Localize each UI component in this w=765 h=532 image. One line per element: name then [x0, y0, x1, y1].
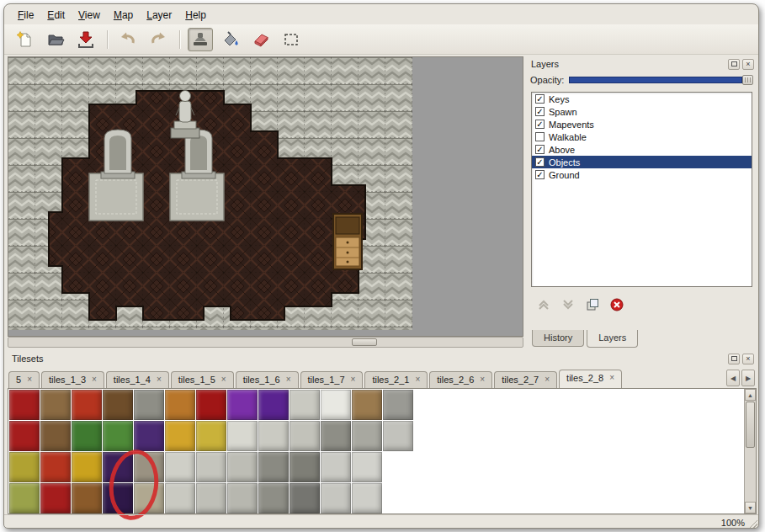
layer-visibility-checkbox[interactable]: ✓: [535, 94, 545, 104]
tileset-tile[interactable]: [9, 390, 40, 420]
delete-layer-button[interactable]: [608, 296, 625, 313]
scroll-up-icon[interactable]: ▲: [745, 389, 756, 401]
tab-close-icon[interactable]: ×: [157, 375, 162, 384]
tileset-tile[interactable]: [196, 483, 226, 513]
layer-visibility-checkbox[interactable]: ✓: [535, 120, 545, 129]
tileset-tile[interactable]: [352, 421, 382, 451]
tileset-tile[interactable]: [383, 483, 413, 513]
tileset-tile[interactable]: [352, 390, 382, 420]
map-hscrollbar-thumb[interactable]: [352, 338, 377, 346]
tileset-tile[interactable]: [258, 483, 289, 513]
tileset-tile[interactable]: [227, 483, 258, 513]
tileset-tab-tiles_2_8[interactable]: tiles_2_8×: [559, 370, 622, 388]
tileset-tile[interactable]: [134, 390, 164, 420]
lower-layer-button[interactable]: [560, 296, 576, 313]
tileset-tile[interactable]: [383, 390, 413, 420]
tileset-tile[interactable]: [258, 390, 289, 420]
tileset-tile[interactable]: [72, 452, 102, 482]
layer-row-ground[interactable]: ✓Ground: [532, 168, 752, 181]
menu-file[interactable]: File: [11, 8, 40, 23]
tab-close-icon[interactable]: ×: [286, 375, 291, 384]
tileset-tab-tiles_2_7[interactable]: tiles_2_7×: [494, 371, 557, 388]
open-file-button[interactable]: [43, 28, 68, 51]
menu-map[interactable]: Map: [107, 8, 140, 23]
new-file-button[interactable]: [13, 28, 38, 51]
tileset-tile[interactable]: [227, 390, 258, 420]
undo-button[interactable]: [115, 28, 141, 51]
map-viewport[interactable]: [8, 56, 523, 337]
tileset-tile[interactable]: [290, 390, 320, 420]
layer-visibility-checkbox[interactable]: ✓: [535, 170, 545, 179]
tileset-tile[interactable]: [196, 421, 226, 451]
dock-tab-layers[interactable]: Layers: [587, 330, 638, 348]
tileset-tile[interactable]: [321, 483, 351, 513]
tileset-tile[interactable]: [40, 390, 71, 420]
tileset-tab-tiles_1_6[interactable]: tiles_1_6×: [236, 371, 299, 388]
tileset-tile[interactable]: [9, 421, 40, 451]
tab-close-icon[interactable]: ×: [351, 375, 356, 384]
eraser-tool-button[interactable]: [248, 28, 274, 51]
tileset-tab-5[interactable]: 5×: [8, 371, 40, 388]
layer-visibility-checkbox[interactable]: [535, 132, 545, 141]
float-panel-button[interactable]: [728, 59, 740, 70]
menu-view[interactable]: View: [72, 8, 107, 23]
close-panel-button[interactable]: ×: [742, 59, 754, 70]
layer-row-keys[interactable]: ✓Keys: [532, 93, 752, 105]
tab-close-icon[interactable]: ×: [221, 375, 226, 384]
menu-help[interactable]: Help: [178, 8, 213, 23]
save-file-button[interactable]: [73, 28, 98, 51]
tileset-tile[interactable]: [134, 452, 164, 482]
tab-close-icon[interactable]: ×: [415, 375, 420, 384]
tileset-tile[interactable]: [72, 483, 102, 513]
fill-tool-button[interactable]: [218, 28, 243, 51]
scroll-down-icon[interactable]: ▼: [745, 502, 756, 513]
tileset-tab-tiles_1_7[interactable]: tiles_1_7×: [300, 371, 364, 388]
tileset-tile[interactable]: [40, 421, 71, 451]
layer-visibility-checkbox[interactable]: ✓: [535, 107, 545, 116]
layer-visibility-checkbox[interactable]: ✓: [535, 157, 545, 167]
tab-close-icon[interactable]: ×: [480, 375, 485, 384]
layer-row-spawn[interactable]: ✓Spawn: [532, 105, 752, 118]
raise-layer-button[interactable]: [535, 296, 552, 313]
redo-button[interactable]: [146, 28, 171, 51]
tileset-tile[interactable]: [414, 483, 444, 513]
opacity-slider[interactable]: [569, 75, 753, 85]
tileset-tab-tiles_2_6[interactable]: tiles_2_6×: [429, 371, 492, 388]
tileset-tile[interactable]: [103, 452, 133, 482]
tileset-tile[interactable]: [196, 390, 226, 420]
tileset-tile[interactable]: [290, 483, 320, 513]
tileset-tile[interactable]: [258, 421, 289, 451]
tileset-tab-tiles_1_3[interactable]: tiles_1_3×: [41, 371, 104, 388]
dock-tab-history[interactable]: History: [532, 330, 584, 347]
tileset-tile[interactable]: [40, 452, 71, 482]
tileset-tile[interactable]: [383, 421, 413, 451]
tileset-tab-tiles_1_4[interactable]: tiles_1_4×: [106, 371, 169, 388]
tileset-tile[interactable]: [290, 421, 320, 451]
tab-close-icon[interactable]: ×: [27, 375, 32, 384]
tabs-scroll-left-button[interactable]: ◀: [726, 370, 740, 386]
layer-row-above[interactable]: ✓Above: [532, 143, 752, 156]
tileset-vscrollbar-thumb[interactable]: [746, 402, 755, 448]
tileset-tab-tiles_2_1[interactable]: tiles_2_1×: [364, 371, 428, 388]
tileset-tile[interactable]: [103, 390, 133, 420]
menu-layer[interactable]: Layer: [140, 8, 178, 23]
resize-grip[interactable]: [746, 518, 757, 529]
tileset-tile[interactable]: [9, 452, 40, 482]
tileset-tile[interactable]: [72, 390, 102, 420]
tileset-view[interactable]: ▲ ▼: [8, 388, 757, 514]
select-tool-button[interactable]: [279, 28, 304, 51]
tileset-tile[interactable]: [383, 452, 413, 482]
tileset-tile[interactable]: [227, 452, 258, 482]
tab-close-icon[interactable]: ×: [545, 375, 550, 384]
layer-row-mapevents[interactable]: ✓Mapevents: [532, 118, 752, 130]
tileset-vscrollbar[interactable]: ▲ ▼: [744, 389, 756, 513]
map-hscrollbar[interactable]: [8, 337, 523, 348]
layer-row-walkable[interactable]: Walkable: [532, 130, 752, 143]
tileset-tile[interactable]: [134, 421, 164, 451]
tileset-tile[interactable]: [321, 390, 351, 420]
menu-edit[interactable]: Edit: [40, 8, 72, 23]
tileset-tile[interactable]: [258, 452, 289, 482]
layer-row-objects[interactable]: ✓Objects: [532, 156, 752, 168]
duplicate-layer-button[interactable]: [584, 296, 601, 313]
tileset-tile[interactable]: [134, 483, 164, 513]
